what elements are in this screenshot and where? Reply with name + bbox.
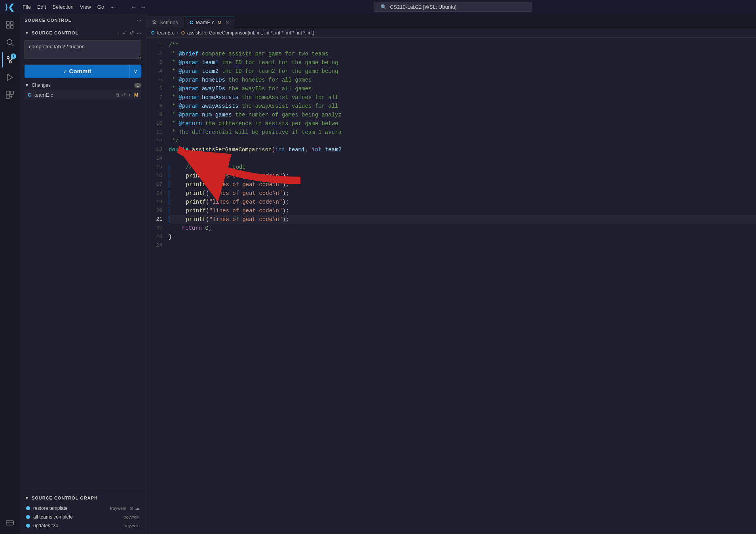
tab-teamec-label: teamE.c [196,19,215,25]
svg-rect-3 [11,26,13,28]
editor-wrapper: ⚙ Settings C teamE.c M ✕ C teamE.c › ⬡ a… [146,14,756,534]
source-control-badge: 1 [11,53,16,59]
svg-line-9 [8,59,11,61]
code-line-10: * @return the difference in assists per … [169,119,756,128]
nav-buttons: ← → [131,4,146,11]
nav-forward-button[interactable]: → [140,4,146,11]
commit-msg-3: updates f24 [33,523,120,528]
breadcrumb-symbol-icon: ⬡ [181,30,185,36]
code-line-14 [169,154,756,163]
menu-edit[interactable]: Edit [37,4,46,10]
file-actions: ⧉ ↺ + [116,92,131,98]
tabs-bar: ⚙ Settings C teamE.c M ✕ [146,14,756,28]
sidebar-title: SOURCE CONTROL [25,18,72,23]
commit-checkmark-icon: ✓ [63,68,68,74]
activity-run-debug[interactable] [2,69,18,85]
svg-point-4 [7,40,12,45]
code-line-21: printf("lines of geat code\n"); [169,215,756,224]
graph-chevron: ▼ [25,495,29,501]
menu-file[interactable]: File [23,4,31,10]
code-line-3: * @param team1 the ID for team1 for the … [169,58,756,67]
graph-dot-3 [26,524,30,528]
svg-rect-0 [7,22,9,24]
menu-selection[interactable]: Selection [52,4,73,10]
breadcrumb-sep: › [177,30,179,36]
graph-icon-cloud: ☁ [135,505,140,511]
activity-source-control[interactable]: 1 [2,52,18,68]
code-line-9: * @param num_games the number of games b… [169,111,756,119]
commit-message-input[interactable]: completed lab 22 fuction [25,40,141,59]
graph-icons-1: ⊙ ☁ [129,505,140,511]
search-box[interactable]: 🔍 CS210-Lab22 [WSL: Ubuntu] [374,2,532,12]
refresh-icon[interactable]: ↺ [129,30,134,36]
commit-author-1: troywein [110,506,126,511]
code-line-23: } [169,233,756,241]
svg-line-5 [11,44,13,46]
commit-button[interactable]: ✓ Commit [25,65,129,78]
breadcrumb-filename[interactable]: teamE.c [157,30,175,36]
code-line-20: printf("lines of geat code\n"); [169,206,756,215]
more-actions-icon[interactable]: ··· [137,30,141,36]
tab-settings[interactable]: ⚙ Settings [146,16,184,28]
svg-point-6 [7,57,9,59]
vscode-logo: ⟩❮ [5,2,15,12]
sidebar-more-icon[interactable]: ··· [137,17,141,23]
code-line-6: * @param awayIDs the awayIDs for all gam… [169,84,756,93]
source-control-title-row[interactable]: ▼ SOURCE CONTROL ≡ ✓ ↺ ··· [23,28,143,38]
activity-extensions[interactable] [2,87,18,103]
list-item[interactable]: C teamE.c ⧉ ↺ + M [25,90,141,99]
graph-icon-circle: ⊙ [129,505,133,511]
nav-back-button[interactable]: ← [131,4,137,11]
activity-remote[interactable] [2,515,18,531]
code-line-18: printf("lines of geat code\n"); [169,189,756,198]
stage-changes-icon[interactable]: + [128,92,131,98]
changes-header[interactable]: ▼ Changes 1 [23,81,143,90]
menu-more[interactable]: ··· [110,4,115,10]
sidebar-header-actions: ··· [137,17,141,23]
svg-rect-1 [11,22,13,24]
commit-button-row: ✓ Commit ∨ [25,65,141,78]
editor-area: ⚙ Settings C teamE.c M ✕ C teamE.c › ⬡ a… [146,14,756,534]
code-content[interactable]: /** * @brief compare assists per game fo… [165,38,756,534]
list-item[interactable]: all teams complete troywein [25,513,141,521]
graph-header[interactable]: ▼ SOURCE CONTROL GRAPH [23,494,143,502]
svg-line-10 [10,59,13,61]
list-view-icon[interactable]: ≡ [117,30,120,36]
source-control-panel: ▼ SOURCE CONTROL ≡ ✓ ↺ ··· completed lab… [20,27,146,81]
line-numbers: 1 2 3 4 5 6 7 8 9 10 11 12 13 14 15 16 1 [146,38,165,534]
code-line-7: * @param homeAssists the homeAssist valu… [169,93,756,102]
code-line-5: * @param homeIDs the homeIDs for all gam… [169,76,756,84]
changes-count: 1 [134,83,141,88]
breadcrumb: C teamE.c › ⬡ assistsPerGameComparison(i… [146,28,756,38]
svg-marker-11 [8,74,13,81]
checkmark-icon[interactable]: ✓ [122,30,127,36]
code-editor[interactable]: 1 2 3 4 5 6 7 8 9 10 11 12 13 14 15 16 1 [146,38,756,534]
tab-close-icon[interactable]: ✕ [225,20,229,25]
code-line-19: printf("lines of geat code\n"); [169,198,756,206]
breadcrumb-function[interactable]: assistsPerGameComparison(int, int, int *… [187,30,314,36]
graph-dot-2 [26,515,30,519]
titlebar: ⟩❮ File Edit Selection View Go ··· ← → 🔍… [0,0,756,14]
svg-rect-15 [6,521,13,525]
code-line-24 [169,241,756,250]
source-control-actions: ≡ ✓ ↺ ··· [117,30,141,36]
commit-dropdown-button[interactable]: ∨ [129,65,141,78]
code-line-1: /** [169,41,756,50]
open-file-icon[interactable]: ⧉ [116,92,120,98]
svg-rect-14 [6,95,9,98]
menu-view[interactable]: View [80,4,91,10]
menu-go[interactable]: Go [97,4,104,10]
settings-tab-icon: ⚙ [152,19,157,25]
commit-author-2: troywein [123,515,140,519]
code-line-4: * @param team2 the ID for team2 for the … [169,67,756,76]
list-item[interactable]: updates f24 troywein [25,521,141,530]
svg-rect-2 [7,26,9,28]
graph-items: restore template troywein ⊙ ☁ all teams … [23,502,143,532]
activity-search[interactable] [2,34,18,50]
list-item[interactable]: restore template troywein ⊙ ☁ [25,504,141,513]
source-control-section-title: SOURCE CONTROL [32,31,114,35]
search-icon: 🔍 [380,4,387,10]
tab-teamec[interactable]: C teamE.c M ✕ [184,17,235,28]
discard-changes-icon[interactable]: ↺ [122,92,126,98]
activity-explorer[interactable] [2,17,18,33]
